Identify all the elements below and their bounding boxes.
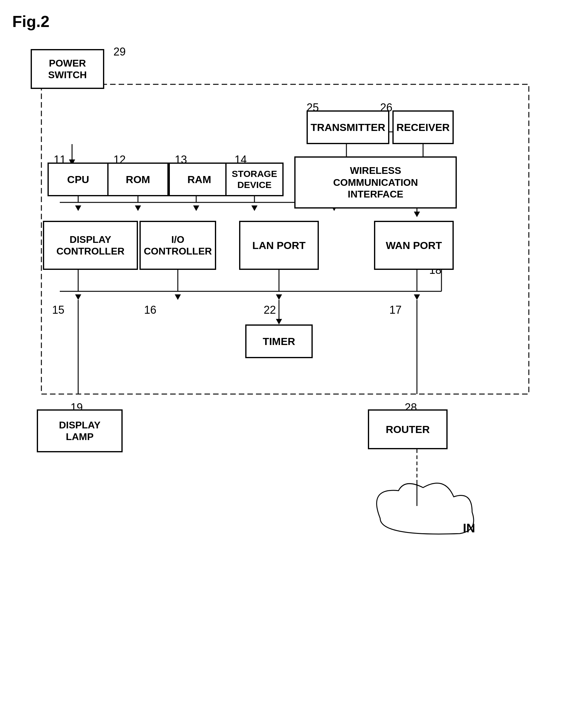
svg-marker-11 — [135, 205, 141, 211]
svg-marker-40 — [414, 294, 420, 300]
wireless-box: WIRELESS COMMUNICATION INTERFACE — [294, 156, 457, 209]
rom-box: ROM — [107, 163, 169, 196]
display-ctrl-box: DISPLAY CONTROLLER — [43, 221, 138, 270]
ram-box: RAM — [169, 163, 230, 196]
display-lamp-box: DISPLAY LAMP — [37, 409, 123, 452]
lan-port-box: LAN PORT — [239, 221, 319, 270]
io-ctrl-box: I/O CONTROLLER — [139, 221, 216, 270]
ref-17: 17 — [389, 304, 402, 316]
svg-marker-37 — [276, 294, 282, 300]
storage-box: STORAGE DEVICE — [225, 163, 284, 196]
timer-box: TIMER — [245, 324, 313, 358]
ref-16: 16 — [144, 304, 156, 316]
ref-15: 15 — [52, 304, 64, 316]
svg-marker-22 — [414, 212, 420, 217]
ref-22: 22 — [264, 304, 276, 316]
ref-29: 29 — [113, 45, 126, 58]
diagram-container: Fig.2 — [12, 12, 552, 718]
svg-marker-8 — [75, 205, 81, 211]
figure-label: Fig.2 — [12, 12, 49, 31]
power-switch-box: POWER SWITCH — [31, 49, 104, 89]
transmitter-box: TRANSMITTER — [307, 110, 389, 144]
internet-label: IN — [463, 521, 475, 535]
svg-marker-42 — [276, 319, 282, 324]
svg-marker-14 — [193, 205, 199, 211]
router-box: ROUTER — [368, 409, 448, 449]
svg-marker-34 — [175, 294, 181, 300]
cpu-box: CPU — [48, 163, 109, 196]
diagram-lines — [12, 12, 552, 718]
svg-marker-31 — [75, 294, 81, 300]
svg-marker-17 — [251, 205, 258, 211]
receiver-box: RECEIVER — [392, 110, 454, 144]
wan-port-box: WAN PORT — [374, 221, 454, 270]
